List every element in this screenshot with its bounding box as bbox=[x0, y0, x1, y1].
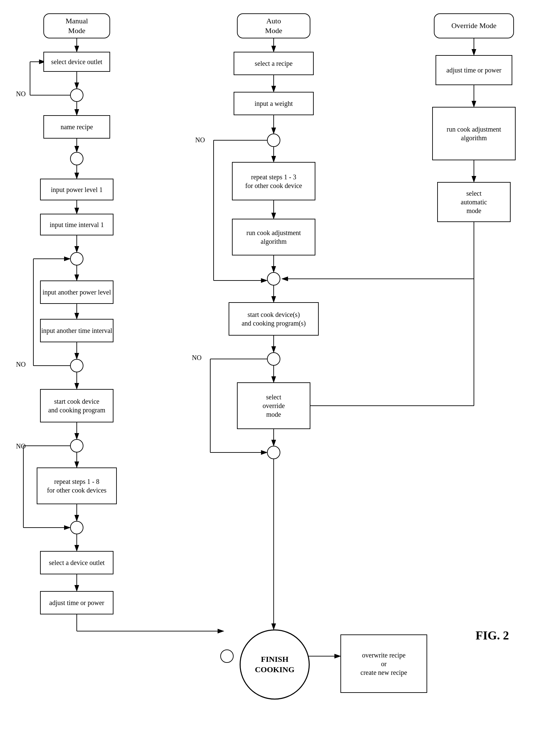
circle-auto-1 bbox=[267, 134, 280, 147]
repeat-steps-1-3-box: repeat steps 1 - 3for other cook device bbox=[232, 162, 315, 200]
circle-manual-7 bbox=[220, 649, 234, 663]
adjust-time-power-left-box: adjust time or power bbox=[40, 591, 113, 614]
select-device-outlet-2-box: select a device outlet bbox=[40, 551, 113, 574]
input-another-power-box: input another power level bbox=[40, 280, 113, 304]
circle-auto-3 bbox=[267, 352, 280, 366]
input-another-time-box: input another time interval bbox=[40, 319, 113, 342]
select-auto-mode-box: selectautomaticmode bbox=[437, 182, 511, 222]
circle-manual-6 bbox=[70, 521, 83, 534]
repeat-steps-1-8-box: repeat steps 1 - 8for other cook devices bbox=[37, 467, 117, 504]
auto-mode-box: AutoMode bbox=[237, 13, 310, 38]
circle-manual-1 bbox=[70, 88, 83, 102]
select-override-mode-box: selectoverridemode bbox=[237, 382, 310, 429]
start-cook-auto-box: start cook device(s)and cooking program(… bbox=[229, 302, 319, 336]
finish-cooking-circle: FINISHCOOKING bbox=[240, 629, 310, 700]
adjust-time-power-right-box: adjust time or power bbox=[436, 55, 512, 85]
manual-mode-box: ManualMode bbox=[43, 13, 110, 38]
select-device-outlet-1-box: select device outlet bbox=[43, 52, 110, 72]
circle-manual-4 bbox=[70, 359, 83, 372]
name-recipe-box: name recipe bbox=[43, 115, 110, 139]
no-label-5: NO bbox=[192, 354, 202, 362]
no-label-1: NO bbox=[16, 90, 26, 98]
run-cook-alg-mid-box: run cook adjustmentalgorithm bbox=[232, 219, 315, 255]
select-recipe-box: select a recipe bbox=[234, 52, 314, 75]
figure-label: FIG. 2 bbox=[476, 628, 509, 642]
run-cook-alg-right-box: run cook adjustmentalgorithm bbox=[432, 107, 516, 160]
start-cook-manual-box: start cook deviceand cooking program bbox=[40, 389, 113, 422]
input-power-level-1-box: input power level 1 bbox=[40, 179, 113, 200]
circle-auto-4 bbox=[267, 446, 280, 459]
circle-auto-2 bbox=[267, 272, 280, 286]
no-label-3: NO bbox=[16, 442, 26, 450]
circle-manual-5 bbox=[70, 439, 83, 452]
flowchart-diagram: ManualMode select device outlet name rec… bbox=[0, 0, 549, 756]
circle-manual-3 bbox=[70, 252, 83, 265]
circle-manual-2 bbox=[70, 152, 83, 165]
no-label-4: NO bbox=[195, 136, 205, 144]
override-mode-box: Override Mode bbox=[434, 13, 514, 38]
input-weight-box: input a weight bbox=[234, 92, 314, 115]
input-time-interval-1-box: input time interval 1 bbox=[40, 214, 113, 235]
overwrite-recipe-box: overwrite recipeorcreate new recipe bbox=[340, 634, 427, 693]
no-label-2: NO bbox=[16, 361, 26, 368]
